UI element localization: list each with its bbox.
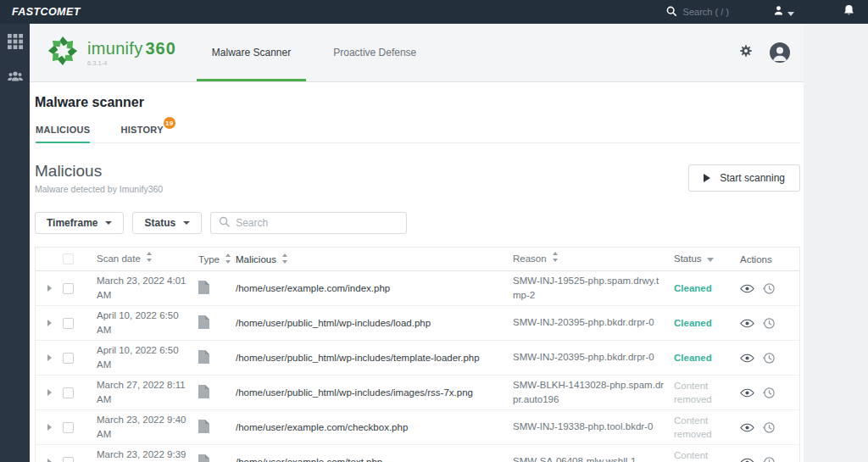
- row-checkbox[interactable]: [63, 422, 74, 433]
- file-icon: [198, 315, 209, 331]
- chevron-down-icon: [787, 4, 794, 19]
- sidebar-item-users[interactable]: [7, 70, 24, 86]
- timeframe-dropdown[interactable]: Timeframe: [35, 212, 124, 234]
- scan-date-cell: March 23, 2022 4:01 AM: [97, 274, 198, 303]
- view-file-button[interactable]: [740, 353, 754, 363]
- view-file-button[interactable]: [740, 458, 754, 462]
- malicious-path-cell: /home/user/example.com/checkbox.php: [236, 422, 513, 432]
- column-malicious[interactable]: Malicious: [236, 253, 513, 265]
- row-checkbox[interactable]: [63, 318, 74, 329]
- sidebar-item-apps[interactable]: [8, 34, 23, 53]
- restore-history-button[interactable]: [763, 352, 776, 365]
- section-heading: Malicious Malware detected by Imunify360: [35, 162, 163, 194]
- view-file-button[interactable]: [740, 319, 754, 328]
- content-area: imunify 360 6.3.1-4 Malware Scanner Proa…: [30, 24, 868, 462]
- reason-cell: SMW-BLKH-1413028-php.spam.drpr.auto196: [513, 378, 674, 408]
- search-icon: [666, 4, 676, 19]
- type-cell: [198, 315, 236, 331]
- user-icon: [773, 4, 784, 19]
- page-tabs: MALICIOUS HISTORY 19: [35, 125, 800, 143]
- actions-cell: [740, 421, 799, 434]
- table-row: April 10, 2022 6:50 AM /home/user/public…: [36, 306, 799, 341]
- actions-cell: [740, 352, 799, 365]
- status-cell: Cleaned: [674, 316, 740, 330]
- fastcomet-logo[interactable]: FASTCOMET: [12, 6, 81, 18]
- expand-row-icon[interactable]: [47, 285, 52, 292]
- expand-row-icon[interactable]: [47, 320, 52, 326]
- view-file-button[interactable]: [740, 388, 754, 398]
- file-icon: [198, 350, 209, 365]
- row-checkbox[interactable]: [63, 387, 74, 398]
- column-reason[interactable]: Reason: [513, 252, 674, 266]
- sort-icon: [552, 252, 559, 266]
- section-subtitle: Malware detected by Imunify360: [35, 184, 163, 194]
- restore-history-button[interactable]: [763, 317, 776, 330]
- row-checkbox[interactable]: [63, 457, 74, 462]
- reason-cell: SMW-INJ-20395-php.bkdr.drpr-0: [513, 350, 674, 365]
- file-icon: [198, 385, 209, 400]
- tab-proactive-defense[interactable]: Proactive Defense: [330, 24, 420, 81]
- view-file-button[interactable]: [740, 284, 754, 293]
- tab-history[interactable]: HISTORY 19: [120, 125, 163, 142]
- topbar-search[interactable]: Search ( / ): [666, 4, 729, 19]
- restore-history-button[interactable]: [763, 421, 776, 434]
- view-file-button[interactable]: [740, 423, 754, 432]
- scan-date-cell: March 27, 2022 8:11 AM: [97, 378, 198, 408]
- search-input[interactable]: [236, 217, 398, 229]
- malicious-path-cell: /home/user/example.com/text.php: [236, 457, 513, 462]
- play-icon: [704, 174, 710, 182]
- expand-row-icon[interactable]: [47, 354, 52, 361]
- filter-row: Timeframe Status: [35, 212, 800, 234]
- expand-row-icon[interactable]: [47, 389, 52, 396]
- column-scan-date[interactable]: Scan date: [97, 252, 198, 266]
- malicious-path-cell: /home/user/public_html/wp-includes/load.…: [236, 318, 513, 328]
- search-icon: [219, 215, 230, 231]
- start-scanning-button[interactable]: Start scanning: [688, 164, 800, 192]
- reason-cell: SMW-INJ-20395-php.bkdr.drpr-0: [513, 315, 674, 330]
- tab-malware-scanner[interactable]: Malware Scanner: [209, 24, 294, 81]
- host-sidebar: [0, 24, 30, 462]
- actions-cell: [740, 456, 799, 462]
- expand-row-icon[interactable]: [47, 459, 52, 462]
- row-checkbox[interactable]: [63, 353, 74, 364]
- table-row: March 23, 2022 9:40 AM /home/user/exampl…: [36, 410, 799, 445]
- sort-icon: [225, 253, 231, 265]
- malicious-path-cell: /home/user/public_html/wp-includes/image…: [236, 387, 513, 398]
- restore-history-button[interactable]: [763, 282, 776, 295]
- tab-malicious[interactable]: MALICIOUS: [36, 125, 90, 142]
- type-cell: [198, 420, 236, 435]
- table-row: April 10, 2022 6:50 AM /home/user/public…: [36, 341, 799, 376]
- column-actions: Actions: [740, 254, 799, 264]
- column-type[interactable]: Type: [198, 253, 236, 265]
- select-all-checkbox[interactable]: [63, 253, 74, 264]
- bell-icon: [843, 4, 854, 19]
- type-cell: [198, 454, 236, 462]
- table-search: [210, 212, 407, 234]
- expand-row-icon[interactable]: [47, 424, 52, 431]
- page-title: Malware scanner: [35, 82, 800, 110]
- type-cell: [198, 385, 236, 400]
- topbar-search-label: Search ( / ): [683, 7, 729, 17]
- settings-button[interactable]: [739, 44, 753, 61]
- logo-360-text: 360: [145, 39, 175, 58]
- sort-icon: [146, 252, 153, 266]
- column-status[interactable]: Status: [674, 252, 740, 265]
- notifications-bell[interactable]: [843, 4, 854, 19]
- version-label: 6.3.1-4: [87, 59, 176, 67]
- imunify-pinwheel-icon: [47, 35, 79, 70]
- restore-history-button[interactable]: [763, 456, 776, 462]
- section-title: Malicious: [35, 162, 163, 181]
- file-icon: [198, 281, 209, 296]
- sort-icon: [281, 253, 288, 265]
- actions-cell: [740, 387, 799, 399]
- plugin-tabs: Malware Scanner Proactive Defense: [209, 24, 420, 81]
- topbar-user-menu[interactable]: [773, 4, 794, 19]
- malware-scanner-page: Malware scanner MALICIOUS HISTORY 19 Mal…: [30, 82, 804, 462]
- malicious-path-cell: /home/user/example.com/index.php: [236, 283, 513, 293]
- status-dropdown[interactable]: Status: [132, 212, 202, 234]
- row-checkbox[interactable]: [63, 283, 74, 294]
- status-cell: Content removed: [674, 448, 740, 462]
- restore-history-button[interactable]: [763, 387, 776, 399]
- scan-date-cell: April 10, 2022 6:50 AM: [97, 309, 198, 338]
- avatar[interactable]: [770, 42, 790, 63]
